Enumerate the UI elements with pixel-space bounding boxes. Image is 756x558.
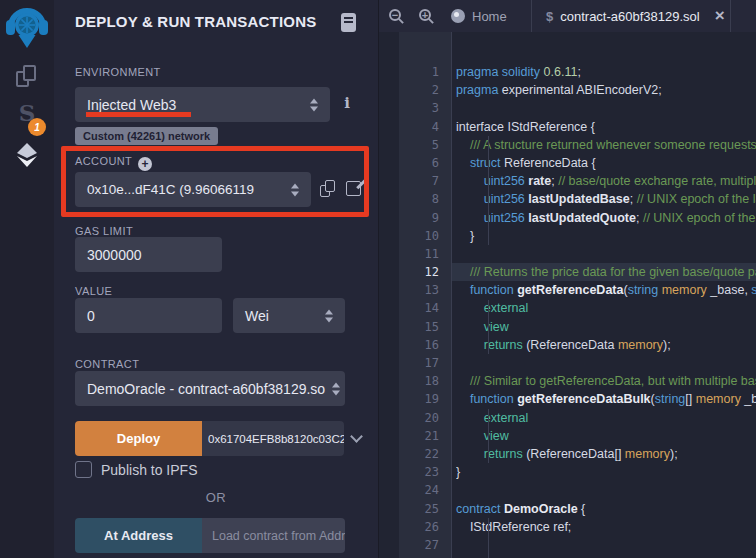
code-line (456, 481, 756, 499)
constructor-arg-input[interactable]: 0x61704EFB8b8120c03C21 (202, 421, 344, 456)
code-line: } (456, 463, 756, 481)
line-number: 11 (399, 245, 439, 263)
publish-ipfs-checkbox[interactable] (75, 461, 92, 478)
line-number: 7 (399, 172, 439, 190)
file-explorer-icon[interactable] (0, 65, 54, 89)
value-unit-select[interactable]: Wei (233, 298, 345, 333)
line-number: 6 (399, 154, 439, 172)
compiler-badge: 1 (28, 118, 46, 136)
deploy-run-icon[interactable] (0, 142, 54, 168)
code-line (456, 354, 756, 372)
environment-value: Injected Web3 (87, 97, 176, 113)
line-number: 14 (399, 299, 439, 317)
value-label: VALUE (75, 285, 112, 297)
select-arrows-icon (291, 183, 299, 196)
code-line: /// A structure returned whenever someon… (456, 136, 756, 154)
home-icon (451, 9, 465, 23)
line-number: 10 (399, 227, 439, 245)
sign-message-icon[interactable] (346, 181, 361, 196)
line-number: 2 (399, 81, 439, 99)
line-number: 21 (399, 427, 439, 445)
zoom-in-icon[interactable]: + (419, 9, 431, 21)
contract-select[interactable]: DemoOracle - contract-a60bf38129.so (75, 371, 345, 406)
annotation-underline (86, 112, 191, 117)
activity-bar: S 1 (0, 0, 54, 558)
line-number: 28 (399, 554, 439, 558)
line-number: 13 (399, 281, 439, 299)
code-line (456, 245, 756, 263)
line-number: 4 (399, 118, 439, 136)
add-account-icon[interactable]: + (138, 157, 152, 171)
tab-contract-file[interactable]: $ contract-a60bf38129.sol × (531, 0, 731, 32)
line-number: 22 (399, 445, 439, 463)
panel-title: DEPLOY & RUN TRANSACTIONS (75, 13, 316, 30)
code-line: view (456, 427, 756, 445)
account-label: ACCOUNT+ (75, 155, 152, 171)
editor-tabbar: − + Home $ contract-a60bf38129.sol × (379, 0, 756, 32)
code-line: interface IStdReference { (456, 118, 756, 136)
contract-label: CONTRACT (75, 358, 139, 370)
code-line: contract DemoOracle { (456, 500, 756, 518)
code-area[interactable]: pragma solidity 0.6.11;pragma experiment… (456, 63, 756, 558)
line-number: 9 (399, 209, 439, 227)
line-number: 19 (399, 390, 439, 408)
code-line: /// Similar to getReferenceData, but wit… (456, 372, 756, 390)
indent-guide (488, 518, 489, 558)
tab-home[interactable]: Home (451, 0, 507, 32)
code-line (456, 99, 756, 117)
account-value: 0x10e...dF41C (9.96066119 (87, 182, 254, 197)
select-arrows-icon (332, 382, 340, 395)
line-number: 16 (399, 336, 439, 354)
line-numbers: 1234567891011121314151617181920212223242… (399, 63, 439, 558)
network-badge: Custom (42261) network (75, 127, 218, 145)
info-icon[interactable]: i (338, 94, 356, 114)
line-number: 15 (399, 318, 439, 336)
line-number: 26 (399, 518, 439, 536)
code-line: uint256 lastUpdatedQuote; // UNIX epoch … (456, 209, 756, 227)
line-number: 5 (399, 136, 439, 154)
code-line: returns (ReferenceData memory); (456, 336, 756, 354)
at-address-input[interactable]: Load contract from Address (202, 518, 345, 553)
account-select[interactable]: 0x10e...dF41C (9.96066119 (75, 172, 311, 207)
remix-logo[interactable] (0, 5, 54, 49)
zoom-out-icon[interactable]: − (389, 9, 401, 21)
solidity-file-icon: $ (546, 9, 553, 24)
code-line: struct ReferenceData { (456, 154, 756, 172)
line-number: 20 (399, 409, 439, 427)
copy-address-icon[interactable] (320, 180, 336, 198)
code-line (456, 536, 756, 554)
code-line: function getReferenceDataBulk(string[] m… (456, 390, 756, 408)
indent-guide (488, 136, 489, 245)
code-line: pragma experimental ABIEncoderV2; (456, 81, 756, 99)
environment-label: ENVIRONMENT (75, 66, 161, 78)
value-input[interactable]: 0 (75, 298, 222, 333)
publish-ipfs-label: Publish to IPFS (101, 462, 198, 478)
code-line: uint256 rate; // base/quote exchange rat… (456, 172, 756, 190)
close-tab-icon[interactable]: × (715, 9, 725, 23)
select-arrows-icon (310, 98, 318, 111)
line-number: 1 (399, 63, 439, 81)
contract-value: DemoOracle - contract-a60bf38129.so (87, 381, 327, 397)
gas-limit-label: GAS LIMIT (75, 225, 133, 237)
deploy-run-panel: DEPLOY & RUN TRANSACTIONS ENVIRONMENT In… (54, 0, 378, 558)
deploy-button[interactable]: Deploy (75, 421, 202, 456)
code-line: uint256 lastUpdatedBase; // UNIX epoch o… (456, 190, 756, 208)
code-line: } (456, 227, 756, 245)
code-line: pragma solidity 0.6.11; (456, 63, 756, 81)
plugin-doc-icon[interactable] (341, 13, 356, 32)
code-line: returns (ReferenceData[] memory); (456, 445, 756, 463)
line-number: 23 (399, 463, 439, 481)
or-label: OR (54, 490, 378, 505)
select-arrows-icon (325, 309, 333, 322)
code-line: /// Returns the price data for the given… (456, 263, 756, 281)
line-number: 3 (399, 99, 439, 117)
gas-limit-input[interactable]: 3000000 (75, 237, 222, 272)
environment-select[interactable]: Injected Web3 (75, 87, 330, 122)
at-address-button[interactable]: At Address (75, 518, 202, 553)
code-line: IStdReference ref; (456, 518, 756, 536)
code-line: view (456, 318, 756, 336)
solidity-compiler-icon[interactable]: S (0, 99, 54, 126)
code-line: external (456, 299, 756, 317)
chevron-down-icon[interactable] (350, 430, 363, 443)
line-number: 12 (399, 263, 439, 281)
